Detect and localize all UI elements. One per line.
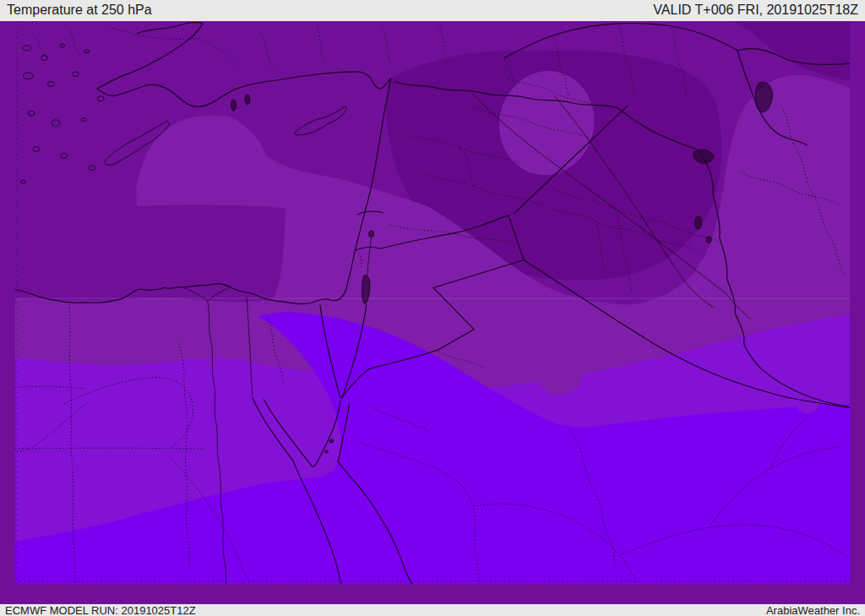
map-canvas <box>0 21 865 604</box>
model-run-label: ECMWF MODEL RUN: 20191025T12Z <box>5 604 196 616</box>
weather-product-screenshot: Temperature at 250 hPa VALID T+006 FRI, … <box>0 0 865 616</box>
weather-map <box>0 21 865 604</box>
footer-bar: ECMWF MODEL RUN: 20191025T12Z ArabiaWeat… <box>0 604 865 616</box>
temperature-bands <box>15 21 850 584</box>
attribution-label: ArabiaWeather Inc. <box>766 604 860 616</box>
map-title: Temperature at 250 hPa <box>7 3 152 18</box>
valid-time-label: VALID T+006 FRI, 20191025T18Z <box>653 3 858 18</box>
header-bar: Temperature at 250 hPa VALID T+006 FRI, … <box>0 0 865 21</box>
